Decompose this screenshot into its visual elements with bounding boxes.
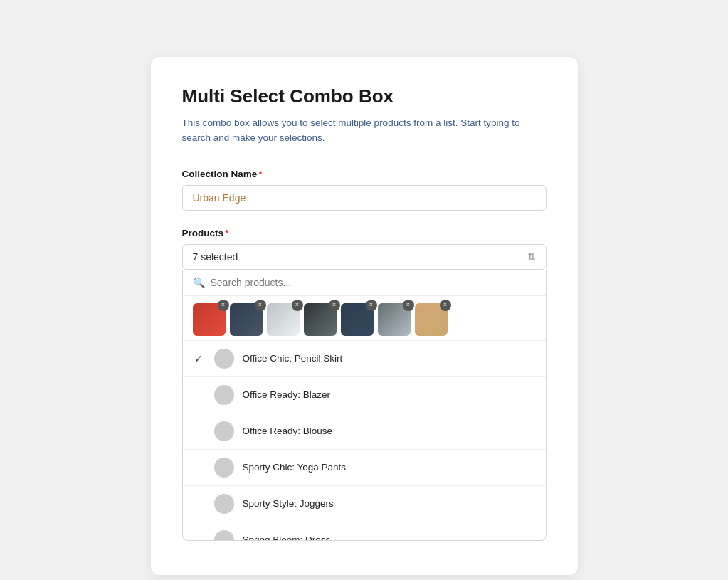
thumbnail-7: × — [415, 303, 448, 336]
combo-selected-count: 7 selected — [193, 251, 238, 263]
selected-thumbnails: × × × × — [183, 296, 546, 341]
item-avatar-6 — [214, 530, 234, 540]
list-item-6[interactable]: ✓ Spring Bloom: Dress — [183, 522, 546, 540]
products-label: Products * — [182, 228, 547, 238]
thumbnail-1: × — [193, 303, 226, 336]
list-item-1[interactable]: ✓ Office Chic: Pencil Skirt — [183, 341, 546, 376]
check-icon-1: ✓ — [194, 353, 206, 364]
page-description: This combo box allows you to select mult… — [182, 116, 547, 146]
item-label-5: Sporty Style: Joggers — [243, 498, 534, 509]
combo-trigger[interactable]: 7 selected ⇅ — [182, 244, 547, 270]
item-label-4: Sporty Chic: Yoga Pants — [243, 462, 534, 473]
collection-name-input[interactable] — [182, 185, 547, 211]
search-bar: 🔍 — [183, 270, 546, 296]
list-item-4[interactable]: ✓ Sporty Chic: Yoga Pants — [183, 450, 546, 485]
chevron-icon: ⇅ — [527, 251, 536, 263]
list-item-3[interactable]: ✓ Office Ready: Blouse — [183, 413, 546, 449]
thumbnail-remove-6[interactable]: × — [403, 300, 414, 311]
item-avatar-4 — [214, 458, 234, 478]
thumbnail-4: × — [304, 303, 337, 336]
item-label-1: Office Chic: Pencil Skirt — [243, 353, 534, 364]
thumbnail-remove-1[interactable]: × — [218, 300, 229, 311]
item-avatar-2 — [214, 385, 234, 405]
item-avatar-3 — [214, 421, 234, 441]
page-title: Multi Select Combo Box — [182, 85, 547, 107]
products-required: * — [225, 228, 228, 238]
list-item-5[interactable]: ✓ Sporty Style: Joggers — [183, 486, 546, 522]
products-field: Products * 7 selected ⇅ 🔍 × × — [182, 228, 547, 541]
item-avatar-1 — [214, 349, 234, 369]
thumbnail-3: × — [267, 303, 300, 336]
collection-name-required: * — [258, 169, 262, 179]
collection-name-label: Collection Name * — [182, 169, 547, 179]
thumbnail-2: × — [230, 303, 263, 336]
thumbnail-remove-2[interactable]: × — [255, 300, 266, 311]
list-item-2[interactable]: ✓ Office Ready: Blazer — [183, 377, 546, 413]
dropdown-list: ✓ Office Chic: Pencil Skirt ✓ Office Rea… — [183, 341, 546, 540]
search-icon: 🔍 — [193, 277, 205, 288]
item-label-6: Spring Bloom: Dress — [243, 534, 534, 540]
thumbnail-remove-3[interactable]: × — [292, 300, 303, 311]
thumbnail-5: × — [341, 303, 374, 336]
combo-dropdown: 🔍 × × × — [182, 270, 547, 541]
thumbnail-remove-7[interactable]: × — [440, 300, 451, 311]
item-label-2: Office Ready: Blazer — [243, 389, 534, 400]
main-card: Multi Select Combo Box This combo box al… — [151, 57, 578, 575]
thumbnail-remove-4[interactable]: × — [329, 300, 340, 311]
search-input[interactable] — [211, 277, 536, 288]
item-label-3: Office Ready: Blouse — [243, 426, 534, 436]
thumbnail-remove-5[interactable]: × — [366, 300, 377, 311]
item-avatar-5 — [214, 494, 234, 514]
thumbnail-6: × — [378, 303, 411, 336]
